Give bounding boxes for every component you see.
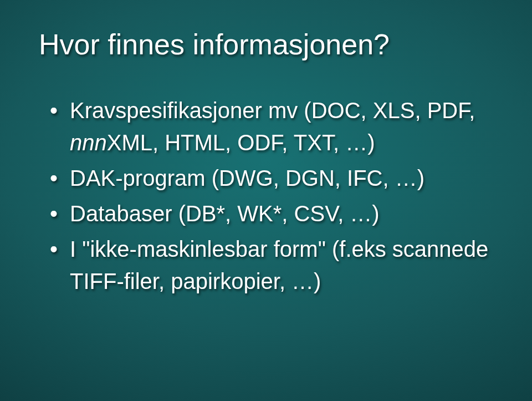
list-item: I "ikke-maskinlesbar form" (f.eks scanne…: [50, 233, 499, 297]
slide-title: Hvor finnes informasjonen?: [39, 28, 499, 61]
bullet-text: I "ikke-maskinlesbar form" (f.eks scanne…: [70, 237, 488, 293]
bullet-text-italic: nnn: [70, 130, 107, 155]
bullet-text: DAK-program (DWG, DGN, IFC, …): [70, 166, 424, 190]
list-item: Databaser (DB*, WK*, CSV, …): [50, 197, 499, 230]
bullet-list: Kravspesifikasjoner mv (DOC, XLS, PDF, n…: [50, 94, 499, 297]
list-item: DAK-program (DWG, DGN, IFC, …): [50, 162, 499, 194]
list-item: Kravspesifikasjoner mv (DOC, XLS, PDF, n…: [50, 94, 499, 159]
bullet-text-suffix: XML, HTML, ODF, TXT, …): [107, 130, 375, 155]
bullet-text-prefix: Kravspesifikasjoner mv (DOC, XLS, PDF,: [70, 98, 475, 123]
bullet-text: Databaser (DB*, WK*, CSV, …): [70, 201, 380, 226]
slide: Hvor finnes informasjonen? Kravspesifika…: [0, 0, 532, 323]
